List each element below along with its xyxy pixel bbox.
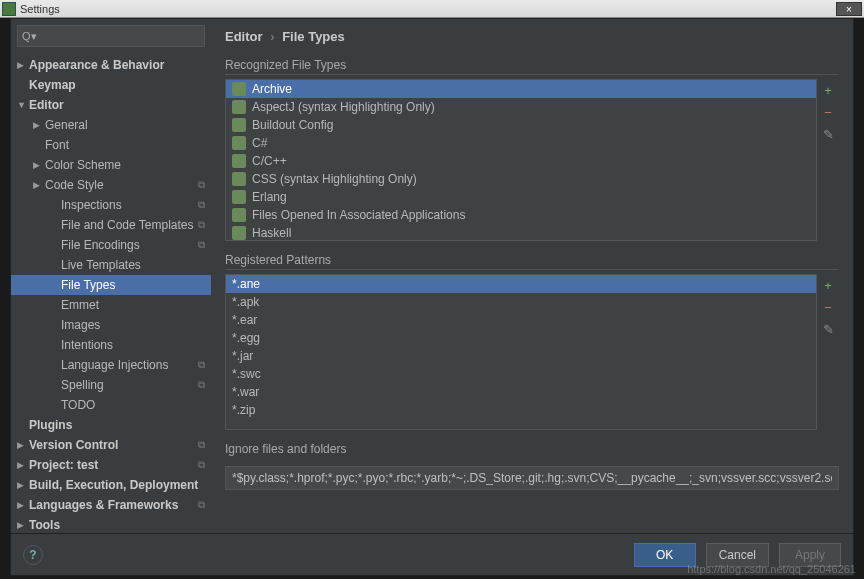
- settings-tree[interactable]: ▶Appearance & BehaviorKeymap▼Editor▶Gene…: [11, 51, 211, 533]
- tree-item[interactable]: File Encodings⧉: [11, 235, 211, 255]
- pattern-label: *.zip: [232, 403, 255, 417]
- close-button[interactable]: ×: [836, 2, 862, 16]
- ok-button[interactable]: OK: [634, 543, 696, 567]
- edit-pattern-button[interactable]: ✎: [820, 322, 836, 338]
- tree-item[interactable]: TODO: [11, 395, 211, 415]
- pattern-label: *.ane: [232, 277, 260, 291]
- pattern-label: *.egg: [232, 331, 260, 345]
- search-box[interactable]: Q▾: [17, 25, 205, 47]
- tree-item[interactable]: Live Templates: [11, 255, 211, 275]
- pattern-row[interactable]: *.zip: [226, 401, 816, 419]
- ignore-input[interactable]: [225, 466, 839, 490]
- tree-item[interactable]: Spelling⧉: [11, 375, 211, 395]
- recognized-tools: + − ✎: [817, 79, 839, 241]
- tree-item[interactable]: Language Injections⧉: [11, 355, 211, 375]
- patterns-list[interactable]: *.ane*.apk*.ear*.egg*.jar*.swc*.war*.zip: [225, 274, 817, 430]
- filetype-row[interactable]: CSS (syntax Highlighting Only): [226, 170, 816, 188]
- filetype-label: CSS (syntax Highlighting Only): [252, 172, 417, 186]
- tree-item[interactable]: ▶Color Scheme: [11, 155, 211, 175]
- tree-item[interactable]: ▶Project: test⧉: [11, 455, 211, 475]
- remove-pattern-button[interactable]: −: [820, 300, 836, 316]
- filetype-row[interactable]: AspectJ (syntax Highlighting Only): [226, 98, 816, 116]
- tree-item[interactable]: ▶Code Style⧉: [11, 175, 211, 195]
- tree-item[interactable]: ▶Version Control⧉: [11, 435, 211, 455]
- remove-filetype-button[interactable]: −: [820, 105, 836, 121]
- tree-arrow-icon: ▶: [17, 480, 29, 490]
- tree-item-label: Inspections: [61, 198, 194, 212]
- scope-icon: ⧉: [198, 439, 205, 451]
- tree-item[interactable]: ▶Build, Execution, Deployment: [11, 475, 211, 495]
- tree-arrow-icon: ▶: [17, 460, 29, 470]
- filetype-icon: [232, 172, 246, 186]
- tree-item[interactable]: Intentions: [11, 335, 211, 355]
- tree-item-label: Tools: [29, 518, 205, 532]
- tree-item[interactable]: Inspections⧉: [11, 195, 211, 215]
- tree-item[interactable]: ▶General: [11, 115, 211, 135]
- tree-item-label: Code Style: [45, 178, 194, 192]
- tree-item[interactable]: File and Code Templates⧉: [11, 215, 211, 235]
- pattern-row[interactable]: *.apk: [226, 293, 816, 311]
- scope-icon: ⧉: [198, 219, 205, 231]
- edit-filetype-button[interactable]: ✎: [820, 127, 836, 143]
- filetype-label: Haskell: [252, 226, 291, 240]
- tree-item[interactable]: Keymap: [11, 75, 211, 95]
- tree-item[interactable]: Plugins: [11, 415, 211, 435]
- tree-item[interactable]: ▶Appearance & Behavior: [11, 55, 211, 75]
- tree-item[interactable]: Images: [11, 315, 211, 335]
- filetype-row[interactable]: Erlang: [226, 188, 816, 206]
- pattern-row[interactable]: *.swc: [226, 365, 816, 383]
- sidebar: Q▾ ▶Appearance & BehaviorKeymap▼Editor▶G…: [11, 19, 211, 533]
- tree-item-label: TODO: [61, 398, 205, 412]
- recognized-list[interactable]: ArchiveAspectJ (syntax Highlighting Only…: [225, 79, 817, 241]
- tree-item[interactable]: ▼Editor: [11, 95, 211, 115]
- tree-arrow-icon: ▶: [33, 160, 45, 170]
- search-input[interactable]: [39, 29, 200, 43]
- filetype-row[interactable]: C#: [226, 134, 816, 152]
- add-filetype-button[interactable]: +: [820, 83, 836, 99]
- titlebar: Settings ×: [0, 0, 864, 18]
- scope-icon: ⧉: [198, 499, 205, 511]
- tree-item-label: Languages & Frameworks: [29, 498, 194, 512]
- chevron-right-icon: ›: [270, 29, 274, 44]
- button-bar: ? OK Cancel Apply: [11, 533, 853, 575]
- pattern-row[interactable]: *.ear: [226, 311, 816, 329]
- tree-item-label: Version Control: [29, 438, 194, 452]
- filetype-row[interactable]: C/C++: [226, 152, 816, 170]
- tree-item-label: General: [45, 118, 205, 132]
- pattern-label: *.jar: [232, 349, 253, 363]
- tree-item-label: Plugins: [29, 418, 205, 432]
- breadcrumb: Editor › File Types: [225, 29, 839, 44]
- tree-item-label: Intentions: [61, 338, 205, 352]
- tree-item[interactable]: ▶Tools: [11, 515, 211, 533]
- tree-item-label: Editor: [29, 98, 205, 112]
- tree-item[interactable]: Emmet: [11, 295, 211, 315]
- tree-item[interactable]: ▶Languages & Frameworks⧉: [11, 495, 211, 515]
- pattern-row[interactable]: *.ane: [226, 275, 816, 293]
- cancel-button[interactable]: Cancel: [706, 543, 769, 567]
- tree-item-label: Spelling: [61, 378, 194, 392]
- tree-item[interactable]: Font: [11, 135, 211, 155]
- help-button[interactable]: ?: [23, 545, 43, 565]
- pattern-row[interactable]: *.war: [226, 383, 816, 401]
- pattern-row[interactable]: *.jar: [226, 347, 816, 365]
- tree-item-label: File Encodings: [61, 238, 194, 252]
- filetype-label: AspectJ (syntax Highlighting Only): [252, 100, 435, 114]
- filetype-icon: [232, 154, 246, 168]
- pattern-label: *.swc: [232, 367, 261, 381]
- filetype-row[interactable]: Files Opened In Associated Applications: [226, 206, 816, 224]
- pattern-row[interactable]: *.egg: [226, 329, 816, 347]
- filetype-row[interactable]: Buildout Config: [226, 116, 816, 134]
- tree-item-label: Build, Execution, Deployment: [29, 478, 205, 492]
- filetype-row[interactable]: Haskell: [226, 224, 816, 241]
- tree-arrow-icon: ▶: [33, 180, 45, 190]
- add-pattern-button[interactable]: +: [820, 278, 836, 294]
- settings-dialog: Q▾ ▶Appearance & BehaviorKeymap▼Editor▶G…: [10, 18, 854, 576]
- app-icon: [2, 2, 16, 16]
- tree-item-label: File and Code Templates: [61, 218, 194, 232]
- pattern-label: *.war: [232, 385, 259, 399]
- tree-arrow-icon: ▼: [17, 100, 29, 110]
- apply-button[interactable]: Apply: [779, 543, 841, 567]
- tree-item[interactable]: File Types: [11, 275, 211, 295]
- scope-icon: ⧉: [198, 459, 205, 471]
- filetype-row[interactable]: Archive: [226, 80, 816, 98]
